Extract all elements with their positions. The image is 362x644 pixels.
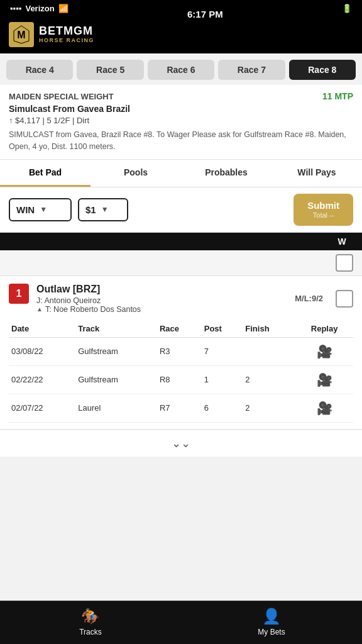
col-date: Date — [9, 320, 75, 338]
cell-race: R7 — [157, 394, 202, 422]
tab-race7[interactable]: Race 7 — [218, 60, 285, 80]
cell-post: 7 — [202, 337, 243, 365]
wifi-icon: 📶 — [58, 4, 69, 13]
bet-amount-label: $1 — [85, 204, 96, 215]
submit-button[interactable]: Submit Total -- — [293, 194, 353, 226]
nav-tracks[interactable]: 🏇 Tracks — [0, 601, 181, 644]
chevron-down-icon-2: ▼ — [101, 205, 109, 214]
bet-amount-select[interactable]: $1 ▼ — [78, 198, 128, 221]
tab-probables[interactable]: Probables — [181, 160, 272, 187]
col-finish: Finish — [243, 320, 295, 338]
tab-race6[interactable]: Race 6 — [148, 60, 214, 80]
column-header-bar: W — [0, 233, 362, 250]
svg-text:M: M — [17, 30, 25, 40]
tab-race4[interactable]: Race 4 — [6, 60, 73, 80]
horse-trainer: ▲ T: Noe Roberto Dos Santos — [36, 305, 287, 314]
tracks-icon: 🏇 — [81, 608, 100, 625]
table-row: 03/08/22GulfstreamR37🎥 — [9, 337, 353, 365]
battery-icon: 🔋 — [342, 4, 352, 13]
horse-name: Outlaw [BRZ] — [36, 284, 287, 295]
race-tabs: Race 4 Race 5 Race 6 Race 7 Race 8 — [0, 53, 362, 85]
checkbox-row — [0, 250, 362, 276]
status-bar: ▪▪▪▪ Verizon 📶 6:17 PM 🔋 — [0, 0, 362, 17]
cell-date: 03/08/22 — [9, 337, 75, 365]
tab-pools[interactable]: Pools — [90, 160, 181, 187]
cell-post: 6 — [202, 394, 243, 422]
col-post: Post — [202, 320, 243, 338]
cell-race: R3 — [157, 337, 202, 365]
morning-line: M/L:9/2 — [295, 294, 323, 303]
my-bets-icon: 👤 — [262, 608, 281, 625]
logo-container: M BETMGM HORSE RACING — [9, 22, 94, 47]
horse-entry-1: 1 Outlaw [BRZ] J: Antonio Queiroz ▲ T: N… — [0, 276, 362, 430]
signal-icon: ▪▪▪▪ — [10, 4, 21, 13]
tab-race5[interactable]: Race 5 — [77, 60, 143, 80]
race-type: MAIDEN SPECIAL WEIGHT — [9, 92, 114, 101]
win-checkbox[interactable] — [336, 290, 353, 308]
tab-bet-pad[interactable]: Bet Pad — [0, 160, 90, 187]
logo-text: BETMGM — [39, 25, 94, 36]
bet-type-select[interactable]: WIN ▼ — [9, 198, 72, 221]
chevron-double-icon: ⌄⌄ — [172, 437, 190, 450]
cell-replay[interactable]: 🎥 — [295, 337, 353, 365]
col-replay: Replay — [295, 320, 353, 338]
cell-finish — [243, 337, 295, 365]
col-race: Race — [157, 320, 202, 338]
nav-my-bets[interactable]: 👤 My Bets — [181, 601, 362, 644]
horse-number: 1 — [9, 284, 29, 304]
cell-date: 02/07/22 — [9, 394, 75, 422]
expand-icon[interactable]: ▲ — [36, 306, 43, 313]
submit-total: Total -- — [307, 211, 339, 219]
race-details: ↑ $4,117 | 5 1/2F | Dirt — [9, 116, 353, 125]
col-track: Track — [75, 320, 157, 338]
table-row: 02/22/22GulfstreamR812🎥 — [9, 365, 353, 394]
logo-text-block: BETMGM HORSE RACING — [39, 25, 94, 45]
status-right: 🔋 — [342, 4, 352, 13]
cell-finish: 2 — [243, 365, 295, 394]
col-w-header: W — [331, 236, 353, 247]
table-row: 02/07/22LaurelR762🎥 — [9, 394, 353, 422]
replay-icon[interactable]: 🎥 — [317, 373, 332, 387]
race-info: MAIDEN SPECIAL WEIGHT 11 MTP Simulcast F… — [0, 85, 362, 160]
nav-my-bets-label: My Bets — [258, 628, 285, 636]
nav-tracks-label: Tracks — [79, 628, 102, 636]
chevron-down-icon: ▼ — [40, 205, 47, 214]
cell-track: Laurel — [75, 394, 157, 422]
carrier-label: Verizon — [25, 4, 54, 13]
submit-label: Submit — [307, 200, 339, 211]
cell-post: 1 — [202, 365, 243, 394]
race-source: Simulcast From Gavea Brazil — [9, 104, 353, 114]
mtp-badge: 11 MTP — [322, 91, 353, 101]
cell-date: 02/22/22 — [9, 365, 75, 394]
cell-track: Gulfstream — [75, 337, 157, 365]
win-checkbox-header[interactable] — [336, 254, 353, 272]
cell-replay[interactable]: 🎥 — [295, 394, 353, 422]
bet-tabs: Bet Pad Pools Probables Will Pays — [0, 160, 362, 187]
time-label: 6:17 PM — [187, 9, 223, 19]
app-header: M BETMGM HORSE RACING — [0, 17, 362, 53]
bet-type-label: WIN — [16, 204, 35, 215]
tab-race8[interactable]: Race 8 — [289, 60, 356, 80]
cell-track: Gulfstream — [75, 365, 157, 394]
race-description: SIMULCAST from Gavea, Brazil Race #8. To… — [9, 129, 353, 153]
cell-replay[interactable]: 🎥 — [295, 365, 353, 394]
cell-race: R8 — [157, 365, 202, 394]
replay-icon[interactable]: 🎥 — [317, 345, 332, 358]
history-table: Date Track Race Post Finish Replay 03/08… — [9, 320, 353, 423]
horse-info: Outlaw [BRZ] J: Antonio Queiroz ▲ T: Noe… — [36, 284, 287, 314]
bottom-nav: 🏇 Tracks 👤 My Bets — [0, 601, 362, 644]
logo-sub: HORSE RACING — [39, 36, 94, 45]
logo-icon: M — [9, 22, 34, 47]
replay-icon[interactable]: 🎥 — [317, 401, 332, 415]
bet-controls: WIN ▼ $1 ▼ Submit Total -- — [0, 187, 362, 233]
tab-will-pays[interactable]: Will Pays — [272, 160, 362, 187]
status-left: ▪▪▪▪ Verizon 📶 — [10, 4, 69, 13]
cell-finish: 2 — [243, 394, 295, 422]
expand-more-button[interactable]: ⌄⌄ — [0, 430, 362, 457]
horse-jockey: J: Antonio Queiroz — [36, 296, 287, 305]
